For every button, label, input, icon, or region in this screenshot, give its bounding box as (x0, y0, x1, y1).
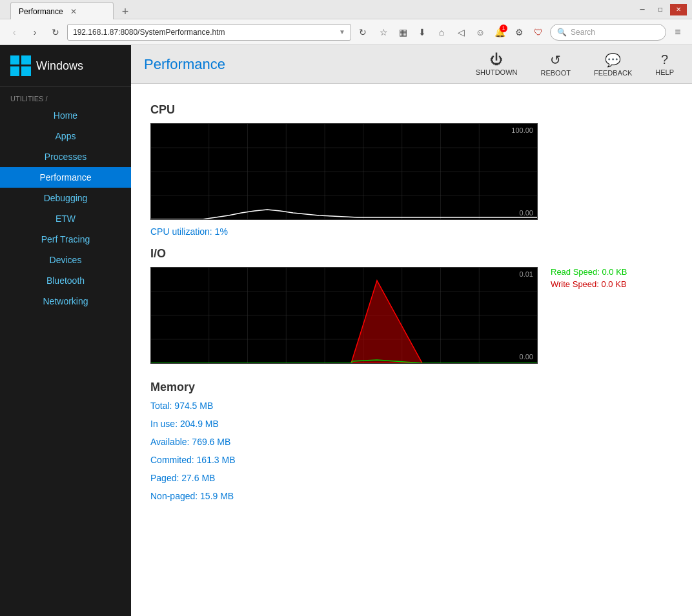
sidebar-item-performance[interactable]: Performance (0, 167, 131, 188)
content-area: Performance ⏻ SHUTDOWN ↺ REBOOT 💬 FEEDBA… (131, 45, 692, 616)
settings-button[interactable]: ⚙ (510, 23, 528, 41)
io-chart-svg (151, 268, 537, 363)
memory-available: Available: 769.6 MB (150, 437, 673, 447)
cpu-section-title: CPU (150, 103, 673, 117)
content-header: Performance ⏻ SHUTDOWN ↺ REBOOT 💬 FEEDBA… (131, 45, 692, 84)
reboot-button[interactable]: ↺ REBOOT (536, 50, 576, 79)
tab-close-button[interactable]: ✕ (68, 6, 79, 17)
help-label: HELP (655, 68, 674, 76)
memory-non-paged: Non-paged: 15.9 MB (150, 491, 673, 501)
io-write-speed: Write Speed: 0.0 KB (551, 279, 627, 289)
sidebar-item-etw[interactable]: ETW (0, 208, 131, 229)
refresh-go-button[interactable]: ↻ (354, 23, 372, 41)
shield-button[interactable]: 🛡 (529, 23, 547, 41)
feedback-label: FEEDBACK (594, 69, 632, 77)
hamburger-menu-button[interactable]: ≡ (669, 23, 687, 41)
help-icon: ? (661, 52, 668, 67)
svg-rect-3 (21, 66, 31, 76)
close-button[interactable]: ✕ (670, 4, 687, 15)
reboot-label: REBOOT (541, 69, 571, 77)
sidebar-item-bluetooth[interactable]: Bluetooth (0, 270, 131, 291)
svg-rect-2 (10, 66, 19, 76)
tab-title: Performance (19, 7, 63, 16)
svg-marker-26 (351, 281, 422, 363)
memory-committed: Commited: 161.3 MB (150, 455, 673, 465)
address-bar[interactable]: 192.168.1.87:8080/SystemPerformance.htm … (67, 24, 351, 41)
cpu-chart: 100.00 0.00 (150, 123, 538, 220)
io-section-title: I/O (150, 247, 673, 261)
notification-badge: 1 (500, 25, 507, 32)
feedback-button[interactable]: 💬 FEEDBACK (589, 50, 637, 79)
main-area: Windows UTILITIES / Home Apps Processes … (0, 45, 692, 616)
io-chart: 0.01 0.00 (150, 267, 538, 364)
search-placeholder: Search (571, 28, 595, 37)
emoji-button[interactable]: ☺ (471, 23, 489, 41)
svg-rect-1 (21, 55, 31, 65)
browser-frame: Performance ✕ + ─ □ ✕ ‹ › ↻ 192.168.1.87… (0, 0, 692, 616)
nav-bar: ‹ › ↻ 192.168.1.87:8080/SystemPerformanc… (0, 19, 692, 45)
sidebar-item-networking[interactable]: Networking (0, 291, 131, 312)
sidebar-item-devices[interactable]: Devices (0, 250, 131, 270)
sidebar-item-apps[interactable]: Apps (0, 126, 131, 146)
maximize-button[interactable]: □ (652, 4, 669, 15)
help-button[interactable]: ? HELP (650, 50, 679, 79)
svg-rect-0 (10, 55, 19, 65)
cpu-chart-svg (151, 124, 537, 219)
back-nav-button[interactable]: ◁ (452, 23, 470, 41)
active-tab[interactable]: Performance ✕ (10, 2, 114, 21)
forward-button[interactable]: › (26, 23, 44, 41)
shutdown-icon: ⏻ (490, 52, 503, 67)
sidebar-item-perf-tracing[interactable]: Perf Tracing (0, 229, 131, 250)
bookmark-star-button[interactable]: ☆ (374, 23, 392, 41)
io-read-speed: Read Speed: 0.0 KB (551, 267, 627, 277)
nav-icons: ☆ ▦ ⬇ ⌂ ◁ ☺ 🔔 1 ⚙ 🛡 (374, 23, 547, 41)
back-button[interactable]: ‹ (5, 23, 23, 41)
io-row: 0.01 0.00 (150, 267, 673, 370)
home-button[interactable]: ⌂ (432, 23, 451, 41)
sidebar: Windows UTILITIES / Home Apps Processes … (0, 45, 131, 616)
sidebar-logo: Windows (0, 45, 131, 87)
memory-total: Total: 974.5 MB (150, 401, 673, 411)
feedback-icon: 💬 (605, 52, 621, 68)
minimize-button[interactable]: ─ (634, 4, 651, 15)
shutdown-label: SHUTDOWN (476, 68, 518, 76)
tab-bar: Performance ✕ + (5, 0, 634, 21)
sidebar-item-debugging[interactable]: Debugging (0, 188, 131, 208)
windows-logo-icon (10, 55, 31, 76)
content-body: CPU 100.00 0.00 (131, 84, 692, 616)
search-bar[interactable]: 🔍 Search (550, 24, 666, 41)
io-info: Read Speed: 0.0 KB Write Speed: 0.0 KB (551, 267, 627, 292)
search-icon: 🔍 (557, 28, 567, 37)
sidebar-item-home[interactable]: Home (0, 105, 131, 126)
page-title: Performance (144, 56, 225, 73)
header-actions: ⏻ SHUTDOWN ↺ REBOOT 💬 FEEDBACK ? HELP (471, 50, 679, 79)
new-tab-button[interactable]: + (116, 3, 134, 21)
memory-section: Total: 974.5 MB In use: 204.9 MB Availab… (150, 401, 673, 501)
download-button[interactable]: ⬇ (413, 23, 431, 41)
reading-view-button[interactable]: ▦ (394, 23, 412, 41)
memory-in-use: In use: 204.9 MB (150, 419, 673, 429)
shutdown-button[interactable]: ⏻ SHUTDOWN (471, 50, 523, 79)
memory-section-title: Memory (150, 381, 673, 394)
reboot-icon: ↺ (550, 52, 561, 68)
sidebar-logo-text: Windows (36, 59, 83, 73)
sidebar-item-processes[interactable]: Processes (0, 146, 131, 167)
url-text: 192.168.1.87:8080/SystemPerformance.htm (73, 28, 225, 37)
memory-paged: Paged: 27.6 MB (150, 473, 673, 483)
cpu-utilization-text: CPU utilization: 1% (150, 226, 673, 237)
notification-button[interactable]: 🔔 1 (491, 23, 509, 41)
window-controls: ─ □ ✕ (634, 4, 687, 15)
address-expand-icon: ▼ (339, 28, 345, 35)
title-bar: Performance ✕ + ─ □ ✕ (0, 0, 692, 19)
refresh-button[interactable]: ↻ (46, 23, 65, 41)
sidebar-section-label: UTILITIES / (0, 87, 131, 105)
